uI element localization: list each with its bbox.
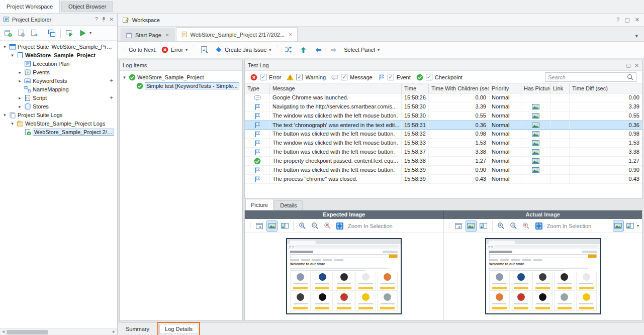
move-image-button[interactable] xyxy=(453,220,464,232)
view-options-button[interactable] xyxy=(625,220,636,232)
column-header-has-picture[interactable]: Has Picture xyxy=(521,84,550,93)
column-header-time-diff-sec[interactable]: Time Diff (sec) xyxy=(570,84,642,93)
scrollbar-thumb[interactable] xyxy=(7,330,48,334)
log-row-4[interactable]: The button was clicked with the left mou… xyxy=(245,130,642,139)
toolbar-drag-handle[interactable]: ⋮ xyxy=(447,222,451,229)
log-row-8[interactable]: The button was clicked with the left mou… xyxy=(245,166,642,175)
tab-list-dropdown-icon[interactable]: ▾ xyxy=(635,33,641,41)
add-item-button[interactable]: + xyxy=(109,77,114,84)
add-project-item-button[interactable] xyxy=(15,27,27,39)
event-checkbox[interactable]: ✓ xyxy=(388,74,394,80)
project-tree-item-execution-plan[interactable]: Execution Plan xyxy=(0,59,117,68)
tab-log-details[interactable]: Log Details xyxy=(159,324,198,334)
chevron-down-icon[interactable]: ▾ xyxy=(10,121,15,126)
pin-icon[interactable] xyxy=(101,17,107,22)
view-mode-button[interactable] xyxy=(613,220,624,232)
tab-picture[interactable]: Picture xyxy=(245,199,273,210)
chevron-right-icon[interactable]: ▸ xyxy=(17,104,23,109)
select-panel-dropdown[interactable]: Select Panel ▾ xyxy=(342,46,381,54)
close-panel-icon[interactable]: ✕ xyxy=(109,17,114,22)
log-items-item-webstore-sample-project[interactable]: ▾WebStore_Sample_Project xyxy=(120,73,242,81)
zoom-reset-button[interactable] xyxy=(322,220,333,232)
zoom-out-button[interactable] xyxy=(309,220,320,232)
chevron-right-icon[interactable]: ▸ xyxy=(17,95,23,100)
log-items-item-simple-test-keywordtests-simple[interactable]: Simple test [KeywordTests - Simple... xyxy=(120,81,242,90)
checkpoint-checkbox[interactable]: ✓ xyxy=(426,74,432,80)
show-image-button[interactable] xyxy=(466,220,477,232)
go-to-next-error-button[interactable]: Error ▾ xyxy=(160,45,189,54)
chevron-down-icon[interactable]: ▾ xyxy=(2,113,8,118)
create-jira-issue-button[interactable]: Create Jira Issue ▾ xyxy=(214,45,272,54)
run-project-suite-button[interactable] xyxy=(76,27,88,39)
navigate-back-button[interactable] xyxy=(312,44,324,56)
scroll-right-icon[interactable]: ► xyxy=(111,329,117,335)
run-project-button[interactable] xyxy=(63,27,75,39)
horizontal-scrollbar[interactable]: ◄ ► xyxy=(0,328,117,335)
project-tree-item-project-suite-webstore-sample-project[interactable]: ▾Project Suite 'WebStore_Sample_Project' xyxy=(0,42,117,51)
chevron-down-icon[interactable]: ▾ xyxy=(637,224,639,228)
upload-log-button[interactable] xyxy=(297,44,309,56)
tab-details[interactable]: Details xyxy=(274,200,303,210)
tab-project-workspace[interactable]: Project Workspace xyxy=(0,0,60,13)
run-options-dropdown[interactable]: ▾ xyxy=(89,31,91,35)
tab-start-page[interactable]: Start Page ✕ xyxy=(121,29,174,41)
project-tree-item-keywordtests[interactable]: ▸KeywordTests+ xyxy=(0,76,117,85)
navigate-forward-button[interactable] xyxy=(327,44,339,56)
close-tab-icon[interactable]: ✕ xyxy=(289,32,293,37)
project-tree-item-script[interactable]: ▸Script+ xyxy=(0,93,117,102)
toolbar-drag-handle[interactable]: ⋮ xyxy=(121,47,126,53)
post-issue-button[interactable] xyxy=(199,44,211,56)
project-tree-item-events[interactable]: ▸Events xyxy=(0,68,117,76)
project-tree-item-webstore-sample-project-2-17[interactable]: WebStore_Sample_Project 2/17/... xyxy=(0,128,117,136)
add-item-button[interactable]: + xyxy=(109,94,114,101)
zoom-reset-button[interactable] xyxy=(521,220,532,232)
workspace-maximize-icon[interactable]: ▢ xyxy=(624,17,629,23)
workspace-close-icon[interactable]: ✕ xyxy=(635,17,639,23)
zoom-to-fit-button[interactable] xyxy=(533,220,544,232)
column-header-priority[interactable]: Priority xyxy=(489,84,521,93)
zoom-in-button[interactable] xyxy=(496,220,507,232)
log-row-5[interactable]: The window was clicked with the left mou… xyxy=(245,139,642,148)
compare-logs-button[interactable] xyxy=(282,44,294,56)
close-tab-icon[interactable]: ✕ xyxy=(165,33,169,38)
help-icon[interactable]: ? xyxy=(95,17,99,22)
column-header-time-with-children-sec[interactable]: Time With Children (sec) xyxy=(429,84,489,93)
show-comparison-button[interactable] xyxy=(279,220,290,232)
tab-log-document[interactable]: WebStore_Sample_Project 2/17/202... ✕ xyxy=(176,27,298,41)
show-image-button[interactable] xyxy=(266,220,278,232)
organize-tests-button[interactable] xyxy=(46,27,58,39)
project-tree-item-webstore-sample-project-logs[interactable]: ▾WebStore_Sample_Project Logs xyxy=(0,119,117,128)
column-header-message[interactable]: Message xyxy=(270,84,402,93)
column-header-time[interactable]: Time xyxy=(402,84,429,93)
log-row-6[interactable]: The button was clicked with the left mou… xyxy=(245,148,642,157)
log-row-1[interactable]: Navigating to the http://services.smartb… xyxy=(245,102,642,111)
scroll-left-icon[interactable]: ◄ xyxy=(0,329,7,335)
chevron-down-icon[interactable]: ▾ xyxy=(10,53,15,58)
chevron-right-icon[interactable]: ▸ xyxy=(17,78,23,83)
column-header-type[interactable]: Type xyxy=(245,84,270,93)
search-input[interactable]: Search xyxy=(545,72,636,82)
chevron-down-icon[interactable]: ▾ xyxy=(122,75,127,80)
project-tree-item-namemapping[interactable]: NameMapping xyxy=(0,85,117,93)
zoom-out-button[interactable] xyxy=(508,220,519,232)
add-project-suite-item-button[interactable] xyxy=(2,27,14,39)
warning-checkbox[interactable]: ✓ xyxy=(296,74,303,80)
workspace-help-icon[interactable]: ? xyxy=(616,17,619,23)
column-header-link[interactable]: Link xyxy=(550,84,570,93)
chevron-down-icon[interactable]: ▾ xyxy=(2,44,8,49)
log-row-2[interactable]: The window was clicked with the left mou… xyxy=(245,111,642,121)
project-tree-item-stores[interactable]: ▸Stores xyxy=(0,102,117,110)
test-log-close-icon[interactable]: ✕ xyxy=(635,63,639,68)
show-comparison-button[interactable] xyxy=(478,220,489,232)
log-row-0[interactable]: Google Chrome was launched.15:58:260.00N… xyxy=(245,93,642,102)
log-row-9[interactable]: The process "chrome" was closed.15:58:39… xyxy=(245,175,642,184)
zoom-to-fit-button[interactable] xyxy=(334,220,345,232)
tab-summary[interactable]: Summary xyxy=(121,324,154,333)
log-row-7[interactable]: The property checkpoint passed: contentT… xyxy=(245,157,642,166)
tab-object-browser[interactable]: Object Browser xyxy=(61,2,113,12)
message-checkbox[interactable]: ✓ xyxy=(341,74,347,80)
toolbar-drag-handle[interactable]: ⋮ xyxy=(248,222,252,229)
move-image-button[interactable] xyxy=(254,220,265,232)
export-project-button[interactable] xyxy=(28,27,40,39)
zoom-in-button[interactable] xyxy=(297,220,308,232)
